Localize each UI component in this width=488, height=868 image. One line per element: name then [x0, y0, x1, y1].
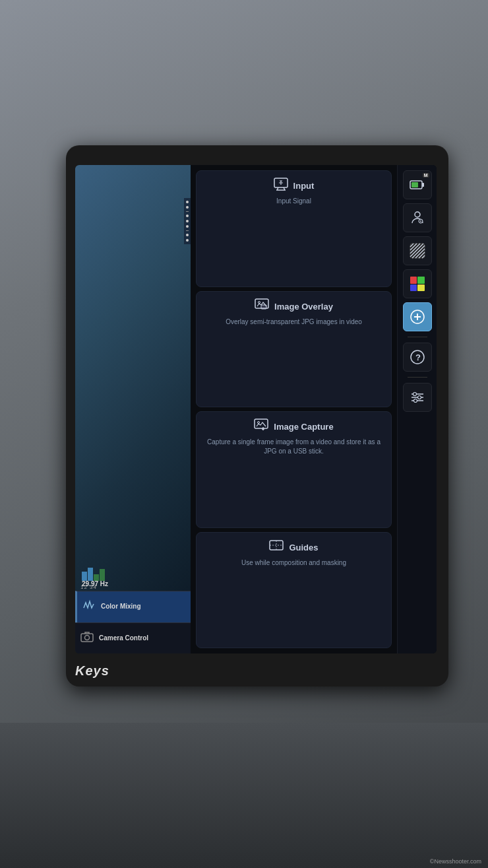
settings-icon — [410, 389, 425, 405]
svg-point-7 — [258, 422, 260, 424]
hz-label: 29.97 Hz — [82, 580, 108, 587]
svg-rect-12 — [422, 183, 424, 187]
person-icon — [410, 210, 425, 226]
ruler-dot — [186, 239, 189, 242]
ruler-dot — [186, 206, 189, 209]
brand-label: Keys — [75, 663, 109, 679]
svg-point-40 — [413, 399, 417, 403]
card-desc: Overlay semi-transparent JPG images in v… — [226, 317, 362, 327]
waveform-icon — [82, 599, 96, 615]
card-subtitle: Input Signal — [276, 197, 311, 206]
card-header: Guides — [269, 539, 318, 556]
input-icon — [274, 178, 288, 194]
menu-card-image-overlay[interactable]: Image Overlay Overlay semi-transparent J… — [196, 291, 392, 408]
svg-point-16 — [420, 220, 421, 222]
card-title: Guides — [289, 543, 318, 552]
right-content: Input Input Signal — [191, 165, 437, 653]
separator — [408, 377, 427, 378]
tripod-area — [0, 723, 488, 868]
bar-segment — [100, 569, 105, 581]
bar-segment — [82, 572, 87, 581]
menu-card-guides[interactable]: Guides Use while composition and masking — [196, 532, 392, 649]
sidebar-label: Color Mixing — [101, 603, 141, 611]
copyright: ©Newsshooter.com — [430, 858, 481, 865]
battery-badge: M — [423, 173, 429, 178]
help-button[interactable]: ? — [403, 343, 432, 372]
sidebar-item-color-mixing[interactable]: Color Mixing — [75, 591, 191, 622]
svg-rect-5 — [261, 305, 266, 309]
card-title: Image Capture — [274, 422, 333, 432]
ruler-dot — [186, 201, 189, 203]
svg-point-14 — [415, 212, 420, 217]
help-icon: ? — [410, 349, 425, 365]
card-title: Input — [293, 181, 315, 191]
hatch-icon — [410, 243, 425, 259]
ruler-divider — [186, 230, 189, 231]
monitor-shell: 12 34 29.97 Hz Color Mixing — [66, 145, 448, 686]
ruler-dot — [186, 215, 189, 217]
menu-card-input[interactable]: Input Input Signal — [196, 170, 392, 287]
card-header: Image Capture — [254, 418, 333, 435]
card-desc: Capture a single frame image from a vide… — [204, 438, 383, 456]
person-button[interactable] — [403, 203, 432, 232]
ruler-dot — [186, 225, 189, 228]
ruler-dot — [186, 234, 189, 236]
monitor-screen: 12 34 29.97 Hz Color Mixing — [75, 165, 437, 653]
sidebar-item-camera-control[interactable]: Camera Control — [75, 622, 191, 654]
right-buttons-column: M — [397, 165, 437, 653]
left-sidebar: Color Mixing Camera Control — [75, 591, 191, 653]
guides-icon — [269, 539, 284, 556]
svg-point-4 — [259, 301, 260, 303]
overlay-icon — [255, 298, 269, 315]
battery-icon — [410, 177, 425, 193]
bar-row — [82, 568, 105, 581]
sidebar-label: Camera Control — [99, 634, 148, 642]
ruler-dot — [186, 220, 189, 222]
battery-button[interactable]: M — [403, 170, 432, 199]
card-header: Input — [274, 178, 315, 194]
color-grid-icon — [410, 277, 425, 291]
svg-point-38 — [413, 393, 416, 396]
svg-point-39 — [417, 396, 421, 399]
menu-card-image-capture[interactable]: Image Capture Capture a single frame ima… — [196, 411, 392, 528]
bar-segment — [88, 568, 93, 581]
settings-button[interactable] — [403, 383, 432, 412]
svg-point-1 — [85, 635, 90, 640]
color-grid-button[interactable] — [403, 269, 432, 298]
camera-icon — [80, 631, 94, 646]
capture-icon — [254, 418, 268, 435]
card-header: Image Overlay — [255, 298, 333, 315]
hatch-button[interactable] — [403, 236, 432, 265]
video-preview: 12 34 29.97 Hz Color Mixing — [75, 165, 191, 653]
audio-bars — [82, 568, 105, 581]
ruler-divider — [186, 211, 189, 212]
svg-text:?: ? — [415, 352, 421, 362]
card-title: Image Overlay — [274, 302, 333, 312]
card-desc: Use while composition and masking — [241, 558, 346, 568]
svg-rect-13 — [412, 182, 418, 187]
add-icon — [410, 309, 425, 325]
ruler-dots — [184, 198, 191, 244]
add-button[interactable] — [403, 302, 432, 331]
separator — [408, 337, 427, 337]
